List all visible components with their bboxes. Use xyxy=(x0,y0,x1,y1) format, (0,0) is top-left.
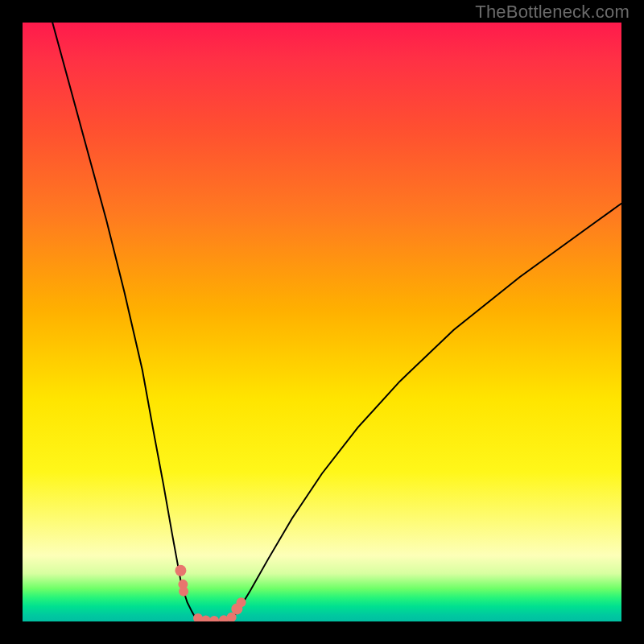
highlight-dot xyxy=(209,616,219,621)
highlight-dots xyxy=(175,565,246,621)
curve-layer xyxy=(23,23,621,621)
highlight-dot xyxy=(179,587,188,597)
highlight-dot xyxy=(237,597,246,607)
plot-area xyxy=(23,23,621,621)
right-curve xyxy=(232,204,621,619)
watermark-text: TheBottleneck.com xyxy=(475,2,630,23)
chart-frame: TheBottleneck.com xyxy=(0,0,644,644)
left-curve xyxy=(52,23,196,619)
highlight-dot xyxy=(175,565,186,576)
